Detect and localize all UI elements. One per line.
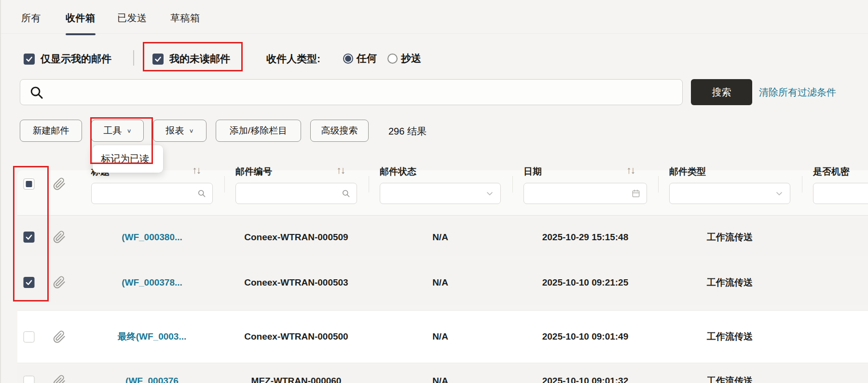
- my-unread-filter[interactable]: 我的未读邮件: [152, 52, 230, 66]
- chevron-down-icon[interactable]: [485, 189, 495, 198]
- check-icon: [26, 279, 33, 286]
- radio-label: 任何: [357, 52, 377, 65]
- cell-mail-type: 工作流传送: [707, 276, 753, 289]
- indeterminate-mark: [26, 181, 32, 187]
- my-unread-label: 我的未读邮件: [169, 52, 230, 66]
- select-all-checkbox[interactable]: [24, 178, 35, 190]
- check-icon: [26, 55, 33, 63]
- filter-input-是否机密[interactable]: [813, 183, 868, 204]
- recipient-type-label: 收件人类型:: [266, 52, 320, 66]
- chevron-down-icon[interactable]: [774, 189, 784, 198]
- tab-收件箱[interactable]: 收件箱: [66, 12, 96, 25]
- filter-input-标题[interactable]: [91, 183, 213, 204]
- table-row[interactable]: 最终(WF_0003...Coneex-WTRAN-000500N/A2025-…: [17, 310, 868, 363]
- row-checkbox[interactable]: [24, 232, 35, 243]
- paperclip-icon: [53, 375, 66, 383]
- add-remove-columns-button[interactable]: 添加/移除栏目: [216, 120, 301, 142]
- filter-divider: [133, 50, 134, 66]
- paperclip-icon: [53, 330, 66, 343]
- only-my-mail-filter[interactable]: 仅显示我的邮件: [24, 52, 111, 66]
- cell-mail-type: 工作流传送: [707, 231, 753, 244]
- search-icon: [29, 85, 44, 100]
- radio-icon[interactable]: [387, 54, 398, 64]
- calendar-icon[interactable]: [631, 189, 641, 198]
- filter-field[interactable]: [92, 183, 197, 204]
- tools-button[interactable]: 工具∨: [91, 120, 144, 142]
- cell-title[interactable]: 最终(WF_0003...: [118, 330, 187, 343]
- recipient-option-抄送[interactable]: 抄送: [387, 52, 421, 65]
- search-button[interactable]: 搜索: [691, 79, 752, 105]
- cell-date: 2025-10-10 09:01:32: [542, 376, 629, 383]
- tab-已发送[interactable]: 已发送: [117, 12, 147, 25]
- advanced-search-button[interactable]: 高级搜索: [310, 120, 369, 142]
- recipient-radio-group: 任何抄送: [343, 52, 428, 65]
- tab-所有[interactable]: 所有: [21, 12, 41, 25]
- sort-arrows-icon[interactable]: ↑↓: [626, 164, 634, 176]
- recipient-option-任何[interactable]: 任何: [343, 52, 377, 65]
- filter-select-邮件类型[interactable]: [669, 183, 790, 204]
- column-divider: [658, 176, 659, 192]
- sort-arrows-icon[interactable]: ↑↓: [336, 164, 344, 176]
- my-unread-checkbox[interactable]: [152, 54, 164, 65]
- reports-button[interactable]: 报表∨: [153, 120, 207, 142]
- column-divider: [802, 176, 802, 192]
- sort-arrows-icon[interactable]: ↑↓: [192, 164, 200, 176]
- tools-dropdown-menu: 标记为已读: [93, 145, 163, 173]
- paperclip-icon: [53, 231, 66, 244]
- filter-input-邮件编号[interactable]: [235, 183, 357, 204]
- column-header-邮件状态: 邮件状态: [380, 165, 416, 178]
- cell-mail-number: Coneex-WTRAN-000509: [244, 232, 348, 243]
- result-count: 296 结果: [388, 125, 427, 138]
- row-checkbox[interactable]: [24, 376, 35, 383]
- cell-mail-status: N/A: [432, 277, 448, 288]
- column-header-邮件编号: 邮件编号: [235, 165, 272, 178]
- filter-field[interactable]: [524, 183, 631, 204]
- menu-item-mark-as-read[interactable]: 标记为已读: [101, 152, 149, 165]
- cell-mail-number: Coneex-WTRAN-000500: [244, 331, 348, 342]
- search-icon: [197, 189, 207, 198]
- cell-mail-type: 工作流传送: [707, 330, 753, 343]
- cell-mail-number: MEZ-WTRAN-000060: [251, 376, 342, 383]
- cell-date: 2025-10-10 09:01:49: [542, 331, 629, 342]
- search-input[interactable]: [44, 80, 682, 105]
- radio-label: 抄送: [401, 52, 421, 65]
- paperclip-column-icon: [53, 178, 66, 191]
- filter-field[interactable]: [670, 183, 774, 204]
- filter-field[interactable]: [813, 183, 868, 204]
- check-icon: [154, 55, 162, 63]
- filter-input-日期[interactable]: [524, 183, 647, 204]
- table-header: 标题↑↓邮件编号↑↓邮件状态日期↑↓邮件类型是否机密: [17, 170, 868, 216]
- cell-title[interactable]: (WF_000376: [125, 376, 179, 383]
- table-row[interactable]: (WF_000378...Coneex-WTRAN-000503N/A2025-…: [17, 260, 868, 305]
- table-row[interactable]: (WF_000380...Coneex-WTRAN-000509N/A2025-…: [17, 218, 868, 256]
- column-header-日期: 日期: [524, 165, 542, 178]
- cell-mail-type: 工作流传送: [707, 375, 753, 383]
- column-divider: [224, 176, 225, 192]
- clear-filters-link[interactable]: 清除所有过滤条件: [759, 86, 836, 99]
- only-my-mail-checkbox[interactable]: [24, 54, 35, 65]
- chevron-down-icon: ∨: [126, 128, 131, 134]
- chevron-down-icon: ∨: [189, 128, 193, 134]
- cell-title[interactable]: (WF_000380...: [122, 232, 182, 243]
- row-checkbox[interactable]: [24, 277, 35, 288]
- tab-bar: 所有收件箱已发送草稿箱: [1, 0, 868, 34]
- cell-date: 2025-10-29 15:15:48: [542, 232, 629, 243]
- cell-mail-number: Coneex-WTRAN-000503: [244, 277, 348, 288]
- column-divider: [369, 176, 369, 192]
- search-bar[interactable]: [20, 79, 683, 105]
- new-mail-button[interactable]: 新建邮件: [20, 120, 82, 142]
- paperclip-icon: [53, 276, 66, 289]
- radio-icon[interactable]: [343, 54, 353, 64]
- row-checkbox[interactable]: [24, 331, 35, 342]
- check-icon: [26, 233, 33, 241]
- table-row[interactable]: (WF_000376MEZ-WTRAN-000060N/A2025-10-10 …: [17, 364, 868, 383]
- tab-草稿箱[interactable]: 草稿箱: [170, 12, 200, 25]
- filter-field[interactable]: [380, 183, 485, 204]
- cell-mail-status: N/A: [432, 376, 448, 383]
- active-tab-underline: [66, 33, 96, 35]
- cell-mail-status: N/A: [432, 232, 448, 243]
- filter-select-邮件状态[interactable]: [380, 183, 501, 204]
- filter-field[interactable]: [236, 183, 341, 204]
- cell-title[interactable]: (WF_000378...: [122, 277, 182, 288]
- cell-date: 2025-10-10 09:21:25: [542, 277, 629, 288]
